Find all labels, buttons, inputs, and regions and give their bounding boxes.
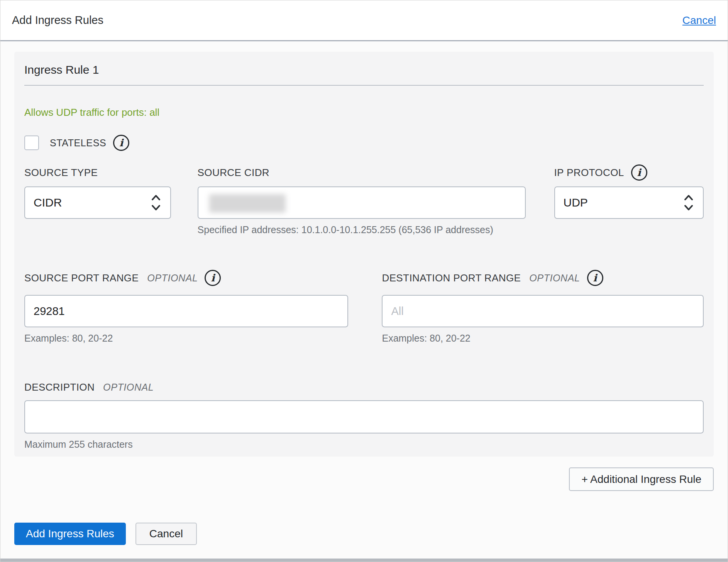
source-type-field: SOURCE TYPE CIDR bbox=[24, 164, 171, 235]
redacted-value-blur bbox=[209, 194, 286, 213]
destination-port-label-row: DESTINATION PORT RANGE OPTIONAL i bbox=[382, 269, 704, 286]
source-cidr-label: SOURCE CIDR bbox=[198, 164, 526, 181]
description-optional: OPTIONAL bbox=[103, 382, 154, 393]
ip-protocol-value: UDP bbox=[564, 196, 588, 209]
destination-port-field: DESTINATION PORT RANGE OPTIONAL i Exampl… bbox=[382, 269, 704, 344]
destination-port-label: DESTINATION PORT RANGE bbox=[382, 269, 521, 286]
row-ports: SOURCE PORT RANGE OPTIONAL i Examples: 8… bbox=[24, 269, 704, 344]
source-type-value: CIDR bbox=[34, 196, 62, 209]
source-cidr-input[interactable] bbox=[198, 186, 526, 219]
source-port-field: SOURCE PORT RANGE OPTIONAL i Examples: 8… bbox=[24, 269, 348, 344]
rule-summary-text: Allows UDP traffic for ports: all bbox=[24, 107, 704, 118]
form-actions: Add Ingress Rules Cancel bbox=[14, 523, 714, 545]
page-title: Add Ingress Rules bbox=[12, 14, 103, 27]
source-port-input[interactable] bbox=[24, 295, 348, 327]
ip-protocol-field: IP PROTOCOL i UDP bbox=[554, 164, 704, 235]
destination-port-info-icon[interactable]: i bbox=[587, 270, 603, 286]
source-port-optional: OPTIONAL bbox=[147, 273, 198, 284]
add-ingress-rules-button[interactable]: Add Ingress Rules bbox=[14, 523, 126, 545]
source-port-helper: Examples: 80, 20-22 bbox=[24, 333, 348, 344]
source-port-info-icon[interactable]: i bbox=[205, 270, 221, 286]
additional-rule-row: + Additional Ingress Rule bbox=[14, 467, 714, 491]
panel-body: Ingress Rule 1 Allows UDP traffic for po… bbox=[0, 41, 728, 545]
source-cidr-helper: Specified IP addresses: 10.1.0.0-10.1.25… bbox=[198, 224, 526, 235]
rule-title: Ingress Rule 1 bbox=[24, 58, 704, 85]
cancel-button[interactable]: Cancel bbox=[135, 523, 197, 545]
ip-protocol-info-icon[interactable]: i bbox=[631, 164, 647, 181]
source-port-label: SOURCE PORT RANGE bbox=[24, 269, 139, 286]
ip-protocol-label-row: IP PROTOCOL i bbox=[554, 164, 704, 181]
stateless-row: STATELESS i bbox=[24, 135, 704, 151]
destination-port-optional: OPTIONAL bbox=[529, 273, 580, 284]
destination-port-input[interactable] bbox=[382, 295, 704, 327]
description-field: DESCRIPTION OPTIONAL Maximum 255 charact… bbox=[24, 379, 704, 450]
additional-ingress-rule-button[interactable]: + Additional Ingress Rule bbox=[569, 467, 714, 491]
select-chevron-icon bbox=[683, 193, 694, 212]
stateless-label: STATELESS bbox=[50, 137, 106, 149]
source-type-label: SOURCE TYPE bbox=[24, 164, 171, 181]
row-source: SOURCE TYPE CIDR SOURCE CIDR Specifi bbox=[24, 164, 704, 235]
destination-port-helper: Examples: 80, 20-22 bbox=[382, 333, 704, 344]
source-type-select[interactable]: CIDR bbox=[24, 186, 171, 219]
horizontal-scrollbar[interactable] bbox=[0, 559, 728, 562]
ingress-rule-card: Ingress Rule 1 Allows UDP traffic for po… bbox=[14, 52, 714, 457]
ip-protocol-label: IP PROTOCOL bbox=[554, 167, 624, 179]
stateless-info-icon[interactable]: i bbox=[113, 135, 129, 151]
stateless-checkbox[interactable] bbox=[24, 135, 39, 150]
select-chevron-icon bbox=[150, 193, 162, 212]
source-cidr-field: SOURCE CIDR Specified IP addresses: 10.1… bbox=[198, 164, 526, 235]
header-cancel-link[interactable]: Cancel bbox=[682, 14, 716, 27]
add-ingress-rules-panel: Add Ingress Rules Cancel Ingress Rule 1 … bbox=[0, 0, 728, 562]
description-label-row: DESCRIPTION OPTIONAL bbox=[24, 379, 704, 396]
rule-title-divider bbox=[24, 85, 704, 86]
description-input[interactable] bbox=[24, 400, 704, 433]
panel-header: Add Ingress Rules Cancel bbox=[0, 0, 728, 41]
description-helper: Maximum 255 characters bbox=[24, 439, 704, 450]
source-port-label-row: SOURCE PORT RANGE OPTIONAL i bbox=[24, 269, 348, 286]
description-label: DESCRIPTION bbox=[24, 379, 95, 396]
ip-protocol-select[interactable]: UDP bbox=[554, 186, 704, 219]
